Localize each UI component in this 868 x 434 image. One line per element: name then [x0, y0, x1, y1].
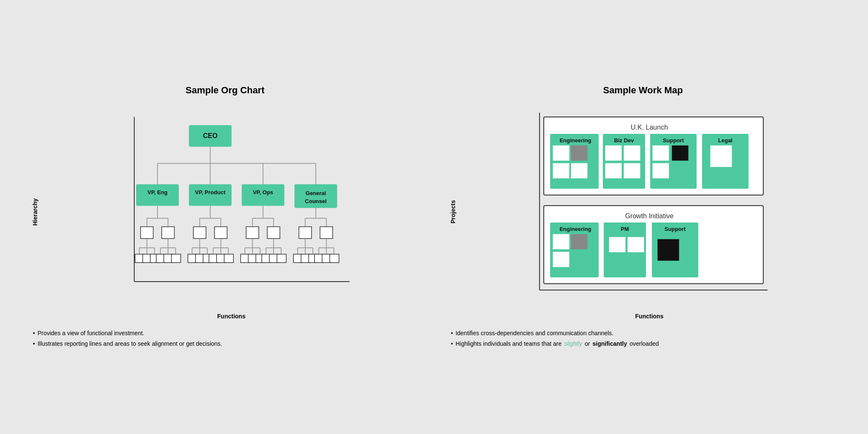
- org-bullet-1: Provides a view of functional investment…: [33, 328, 421, 339]
- svg-rect-36: [267, 227, 280, 239]
- svg-rect-106: [330, 254, 339, 263]
- svg-rect-41: [299, 227, 312, 239]
- svg-rect-122: [624, 163, 640, 178]
- svg-rect-125: [653, 146, 669, 160]
- slightly-text: slightly: [564, 339, 582, 349]
- workmap-bullet-1: Identifies cross-dependencies and commun…: [451, 328, 839, 339]
- svg-text:VP, Eng: VP, Eng: [147, 189, 168, 195]
- svg-text:General: General: [306, 190, 326, 196]
- svg-rect-90: [277, 254, 286, 263]
- svg-rect-35: [246, 227, 259, 239]
- svg-text:U.K. Launch: U.K. Launch: [631, 124, 668, 131]
- svg-rect-23: [141, 227, 153, 239]
- workmap-bullet-2: Highlights individuals and teams that ar…: [451, 339, 839, 349]
- org-chart-title: Sample Org Chart: [29, 85, 421, 96]
- svg-rect-119: [605, 146, 621, 160]
- significantly-text: significantly: [593, 339, 627, 349]
- main-container: Sample Org Chart Hierarchy CEO: [12, 68, 856, 366]
- org-x-axis-label: Functions: [41, 313, 421, 320]
- workmap-x-axis-label: Functions: [459, 313, 839, 320]
- svg-text:Counsel: Counsel: [305, 198, 326, 204]
- svg-rect-141: [628, 237, 644, 252]
- svg-text:Growth Initiative: Growth Initiative: [625, 212, 674, 220]
- svg-rect-115: [553, 163, 569, 178]
- svg-rect-126: [672, 146, 688, 160]
- org-chart-svg: CEO VP, Eng: [41, 104, 421, 307]
- workmap-y-axis-label: Projects: [450, 200, 456, 223]
- svg-rect-113: [553, 146, 569, 160]
- svg-text:Biz Dev: Biz Dev: [614, 137, 635, 144]
- workmap-svg: U.K. Launch Engineering Biz Dev: [459, 104, 839, 307]
- workmap-bullets: Identifies cross-dependencies and commun…: [447, 328, 839, 349]
- workmap-title: Sample Work Map: [447, 85, 839, 96]
- svg-text:Engineering: Engineering: [559, 137, 591, 144]
- svg-rect-137: [553, 252, 569, 267]
- svg-text:CEO: CEO: [203, 132, 218, 139]
- svg-rect-130: [711, 146, 732, 167]
- svg-rect-140: [609, 237, 625, 252]
- svg-rect-120: [624, 146, 640, 160]
- svg-rect-29: [193, 227, 206, 239]
- svg-rect-127: [653, 163, 669, 178]
- svg-rect-30: [214, 227, 227, 239]
- svg-text:Support: Support: [665, 226, 686, 232]
- org-chart-panel: Sample Org Chart Hierarchy CEO: [29, 85, 421, 349]
- svg-rect-58: [171, 254, 181, 263]
- svg-rect-24: [162, 227, 174, 239]
- svg-text:Engineering: Engineering: [559, 226, 591, 232]
- org-chart-bullets: Provides a view of functional investment…: [29, 328, 421, 349]
- svg-rect-136: [571, 234, 587, 249]
- workmap-panel: Sample Work Map Projects U.K. Launch Eng…: [447, 85, 839, 349]
- svg-rect-135: [553, 234, 569, 249]
- svg-text:VP, Product: VP, Product: [195, 189, 226, 195]
- svg-rect-121: [605, 163, 621, 178]
- svg-rect-42: [320, 227, 333, 239]
- svg-text:Support: Support: [663, 137, 684, 144]
- svg-rect-114: [571, 146, 587, 160]
- svg-rect-74: [224, 254, 233, 263]
- org-bullet-2: Illustrates reporting lines and areas to…: [33, 339, 421, 349]
- org-y-axis-label: Hierarchy: [32, 198, 38, 226]
- svg-rect-144: [658, 239, 679, 260]
- svg-rect-116: [571, 163, 587, 178]
- svg-text:Legal: Legal: [718, 137, 732, 144]
- svg-text:PM: PM: [621, 226, 629, 232]
- svg-text:VP, Ops: VP, Ops: [253, 189, 273, 195]
